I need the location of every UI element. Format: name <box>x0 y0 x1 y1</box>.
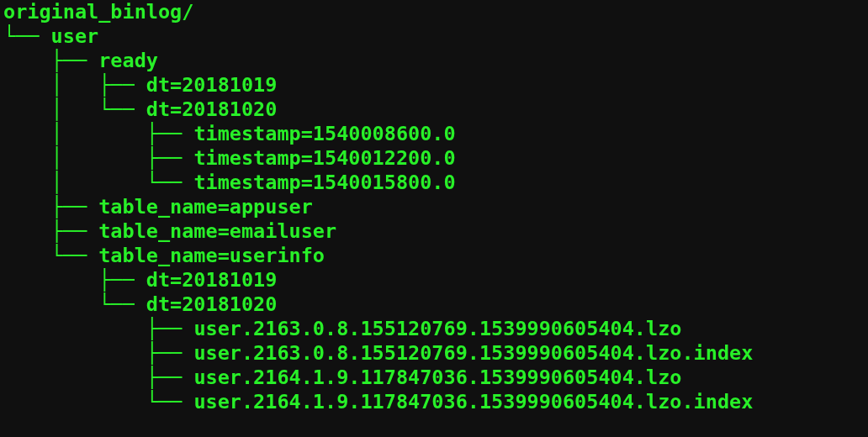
table-dir: table_name=userinfo <box>98 244 325 267</box>
timestamp-entry: timestamp=1540012200.0 <box>193 146 455 170</box>
date-dir: dt=20181020 <box>146 292 278 316</box>
file-entry: user.2163.0.8.155120769.1539990605404.lz… <box>193 317 681 340</box>
file-entry: user.2164.1.9.117847036.1539990605404.lz… <box>193 390 753 413</box>
file-entry: user.2164.1.9.117847036.1539990605404.lz… <box>193 366 681 389</box>
user-dir: user <box>51 24 99 48</box>
timestamp-entry: timestamp=1540008600.0 <box>193 122 455 145</box>
directory-tree: original_binlog/ └── user ├── ready │ ├─… <box>0 0 868 414</box>
date-dir: dt=20181019 <box>146 73 278 97</box>
file-entry: user.2163.0.8.155120769.1539990605404.lz… <box>193 341 753 365</box>
table-dir: table_name=emailuser <box>98 219 336 243</box>
table-dir: table_name=appuser <box>98 195 313 218</box>
root-dir: original_binlog/ <box>3 0 193 24</box>
timestamp-entry: timestamp=1540015800.0 <box>193 171 455 194</box>
ready-dir: ready <box>98 49 158 72</box>
date-dir: dt=20181019 <box>146 268 278 292</box>
date-dir: dt=20181020 <box>146 97 278 121</box>
